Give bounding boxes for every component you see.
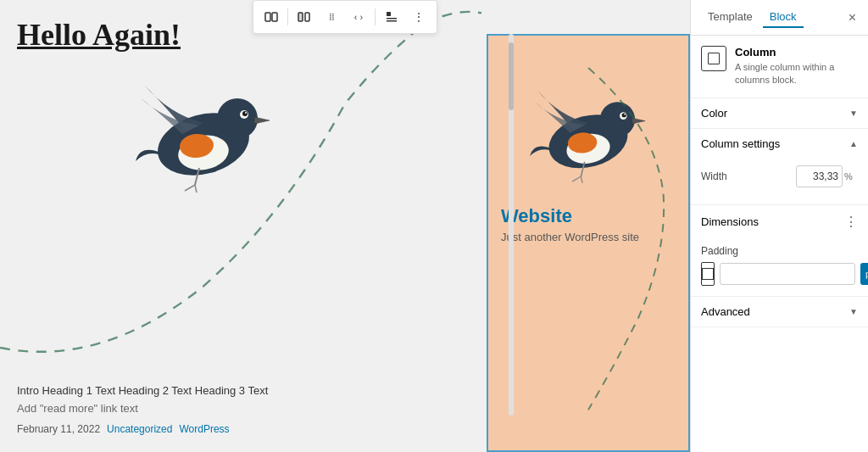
dimensions-section: Dimensions ⋮ Padding px [691,205,868,297]
post-footer: February 11, 2022 Uncategorized WordPres… [17,423,268,435]
svg-rect-6 [387,20,397,22]
site-title: Website [501,205,676,227]
padding-box-icon [701,262,715,286]
svg-point-10 [217,98,258,139]
dimensions-header: Dimensions ⋮ [691,205,868,238]
width-input[interactable] [796,165,843,187]
column-settings-header[interactable]: Column settings [691,129,868,159]
svg-rect-3 [305,13,309,21]
post-meta: Intro Heading 1 Text Heading 2 Text Head… [17,384,268,435]
post-excerpt: Intro Heading 1 Text Heading 2 Text Head… [17,384,268,397]
padding-section: Padding px [691,238,868,296]
svg-rect-2 [298,13,303,21]
column-settings-chevron-icon [849,139,858,148]
block-toolbar: ⁞⁞ ‹ › ⋮ [253,0,437,34]
more-btn[interactable]: ⋮ [406,4,431,30]
color-chevron-icon [849,109,858,118]
right-column: Website Just another WordPress site [487,34,690,452]
dimensions-more-button[interactable]: ⋮ [844,214,858,230]
svg-point-23 [624,114,626,115]
site-info: Website Just another WordPress site [501,205,676,243]
site-tagline: Just another WordPress site [501,231,676,243]
width-label: Width [701,170,727,182]
dimensions-label: Dimensions [701,215,759,228]
post-cms-link[interactable]: WordPress [179,423,229,435]
toolbar-sep-2 [375,8,376,25]
svg-rect-5 [387,18,397,20]
color-section: Color [691,98,868,129]
grid-btn[interactable]: ⁞⁞ [319,4,344,30]
padding-box-inner [702,268,714,280]
svg-line-15 [185,185,195,191]
close-button[interactable]: × [847,8,858,27]
tab-template[interactable]: Template [701,7,760,28]
block-icon-inner [708,53,720,64]
scrollbar-thumb[interactable] [509,42,514,110]
advanced-label: Advanced [701,305,750,318]
padding-label: Padding [701,245,858,257]
svg-point-13 [245,112,247,114]
advanced-chevron-icon [849,307,858,316]
nav-btn[interactable]: ‹ › [346,4,371,30]
block-name: Column [735,46,858,59]
svg-rect-1 [272,13,277,21]
padding-controls: px [701,262,858,286]
settings-panel: Template Block × Column A single column … [690,0,868,452]
block-description: A single column within a columns block. [735,61,858,87]
width-input-group: % [796,165,858,187]
panel-header: Template Block × [691,0,868,36]
svg-line-16 [195,185,197,193]
color-label: Color [701,107,727,120]
block-text: Column A single column within a columns … [735,46,858,87]
svg-point-22 [622,113,626,117]
toolbar-sep-1 [287,8,288,25]
column-icon-btn[interactable] [292,4,317,30]
scrollbar-track [509,34,514,416]
color-section-header[interactable]: Color [691,98,868,128]
width-unit: % [844,171,858,181]
column-settings-content: Width % [691,159,868,204]
svg-line-26 [581,176,582,183]
padding-input[interactable] [720,263,855,285]
columns-wrapper: Hello Again! [0,0,690,452]
svg-point-12 [242,111,248,116]
column-settings-label: Column settings [701,137,780,150]
svg-rect-4 [387,12,391,16]
tab-block[interactable]: Block [763,7,804,28]
column-settings-section: Column settings Width % [691,129,868,205]
post-read-more: Add "read more" link text [17,402,268,415]
svg-point-20 [600,102,635,137]
bird-right [512,61,665,197]
advanced-section[interactable]: Advanced [691,297,868,327]
align-btn[interactable] [379,4,404,30]
bird-left [119,51,288,204]
post-category-link[interactable]: Uncategorized [107,423,172,435]
post-date: February 11, 2022 [17,423,100,435]
editor-area: ⁞⁞ ‹ › ⋮ Hello Again! [0,0,690,452]
padding-unit-button[interactable]: px [860,263,868,285]
block-icon [701,46,726,71]
left-column: Hello Again! [0,0,487,452]
block-info: Column A single column within a columns … [691,36,868,98]
width-row: Width % [701,165,858,187]
svg-line-25 [572,176,581,181]
svg-rect-0 [265,13,270,21]
columns-icon-btn[interactable] [259,4,284,30]
